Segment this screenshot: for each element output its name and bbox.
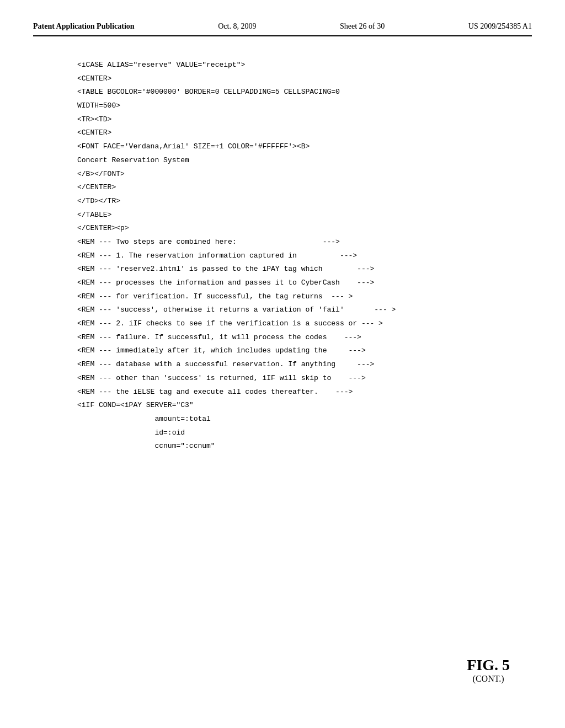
code-line: <iCASE ALIAS="reserve" VALUE="receipt"> [77,58,488,72]
code-line: <REM --- 'reserve2.ihtml' is passed to t… [77,263,488,276]
code-line: <REM --- immediately after it, which inc… [77,344,488,358]
code-line: <REM --- 'success', otherwise it returns… [77,303,488,317]
code-line: WIDTH=500> [77,99,488,113]
code-line: </TABLE> [77,208,488,222]
main-content: <iCASE ALIAS="reserve" VALUE="receipt"><… [33,58,532,453]
figure-cont: (CONT.) [467,674,510,684]
code-line: <TR><TD> [77,113,488,127]
code-line: ccnum=":ccnum" [77,440,488,453]
page-header: Patent Application Publication Oct. 8, 2… [33,22,532,36]
code-line: <REM --- 1. The reservation information … [77,249,488,263]
page: Patent Application Publication Oct. 8, 2… [0,0,565,728]
code-line: id=:oid [77,426,488,440]
code-line: </TD></TR> [77,195,488,208]
header-patent-number: US 2009/254385 A1 [468,22,532,31]
code-line: </CENTER><p> [77,222,488,235]
code-line: <REM --- processes the information and p… [77,276,488,290]
code-line: <CENTER> [77,72,488,86]
code-line: </B></FONT> [77,168,488,181]
code-line: amount=:total [77,413,488,426]
header-publication-label: Patent Application Publication [33,22,135,31]
code-line: <TABLE BGCOLOR='#000000' BORDER=0 CELLPA… [77,85,488,99]
code-line: <FONT FACE='Verdana,Arial' SIZE=+1 COLOR… [77,140,488,154]
code-line: <REM --- Two steps are combined here: --… [77,235,488,249]
code-block: <iCASE ALIAS="reserve" VALUE="receipt"><… [77,58,488,453]
figure-label: FIG. 5 (CONT.) [467,656,510,684]
code-line: Concert Reservation System [77,154,488,168]
code-line: <REM --- failure. If successful, it will… [77,331,488,345]
code-line: </CENTER> [77,181,488,195]
code-line: <REM --- the iELSE tag and execute all c… [77,386,488,399]
header-date: Oct. 8, 2009 [218,22,256,31]
code-line: <REM --- for verification. If successful… [77,290,488,304]
figure-title: FIG. 5 [467,656,510,674]
code-line: <REM --- database with a successful rese… [77,358,488,372]
code-line: <iIF COND=<iPAY SERVER="C3" [77,399,488,413]
code-line: <REM --- other than 'success' is returne… [77,372,488,386]
code-line: <CENTER> [77,126,488,140]
header-sheet: Sheet 26 of 30 [340,22,385,31]
code-line: <REM --- 2. iIF checks to see if the ver… [77,317,488,331]
